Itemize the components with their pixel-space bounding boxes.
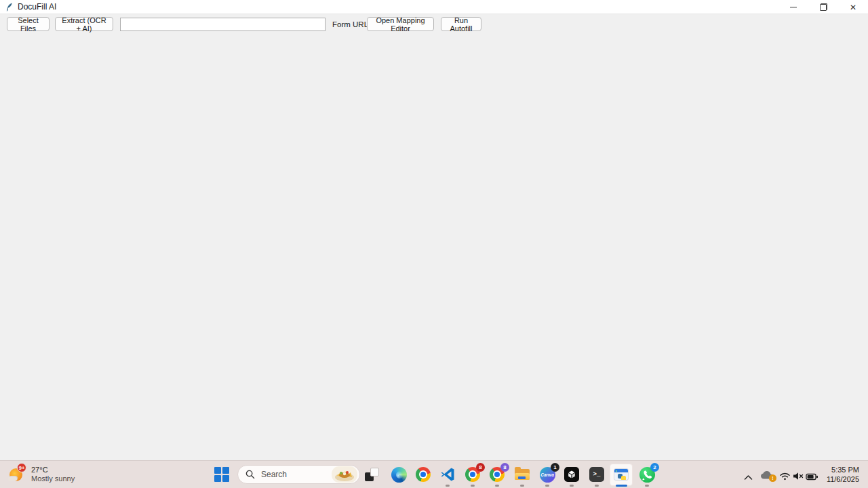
- tray-wifi[interactable]: [779, 471, 791, 483]
- notification-badge: 8: [476, 463, 485, 472]
- chevron-up-icon: [744, 474, 753, 481]
- window-title: DocuFill AI: [18, 2, 56, 12]
- clock-date: 11/6/2025: [827, 475, 859, 485]
- volume-mute-icon: [793, 472, 804, 481]
- python-window-icon: [614, 468, 629, 481]
- minimize-icon: [790, 7, 797, 7]
- taskbar-item-vscode[interactable]: [439, 466, 456, 483]
- search-highlight-image: [332, 466, 357, 483]
- running-indicator: [520, 485, 524, 487]
- taskbar-item-file-explorer[interactable]: [514, 466, 530, 483]
- weather-sun-icon: 9+: [8, 464, 28, 485]
- edge-icon: [391, 467, 407, 483]
- select-files-button[interactable]: Select Files: [7, 17, 50, 31]
- taskbar-item-chrome-profile1[interactable]: 8: [465, 466, 481, 483]
- notification-badge: 1: [551, 463, 559, 472]
- weather-widget[interactable]: 9+ 27°C Mostly sunny: [8, 462, 117, 487]
- taskbar-item-edge[interactable]: [391, 466, 407, 483]
- taskbar-item-chrome[interactable]: [415, 466, 431, 483]
- weather-temperature: 27°C: [31, 466, 75, 474]
- running-indicator: [570, 485, 574, 487]
- open-mapping-editor-button[interactable]: Open Mapping Editor: [367, 17, 434, 31]
- active-running-indicator: [616, 485, 627, 487]
- notification-badge: 2: [650, 463, 659, 472]
- taskbar-item-whatsapp[interactable]: 2: [639, 466, 655, 483]
- terminal-icon: >_: [589, 467, 604, 482]
- close-button[interactable]: ✕: [838, 0, 868, 14]
- tray-battery[interactable]: [806, 471, 818, 483]
- restore-button[interactable]: [808, 0, 838, 14]
- notification-badge: 8: [500, 463, 509, 472]
- vscode-icon: [439, 466, 456, 483]
- windows-logo-icon: [214, 467, 221, 474]
- close-icon: ✕: [850, 3, 856, 12]
- running-indicator: [446, 485, 450, 487]
- taskbar-search[interactable]: Search: [237, 465, 360, 484]
- taskbar-item-docufill-python-app[interactable]: [613, 466, 629, 483]
- app-canvas: [0, 35, 868, 460]
- chrome-icon: [416, 467, 431, 482]
- minimize-button[interactable]: [778, 0, 808, 14]
- task-view-button[interactable]: [364, 466, 380, 483]
- search-icon: [245, 470, 255, 479]
- taskbar: [0, 460, 868, 488]
- restore-icon: [820, 3, 827, 11]
- taskbar-item-canva[interactable]: Canva 1: [539, 466, 555, 483]
- running-indicator: [495, 485, 499, 487]
- window-controls: ✕: [778, 0, 868, 14]
- weather-condition: Mostly sunny: [31, 474, 75, 483]
- search-placeholder: Search: [261, 470, 332, 479]
- tray-clock[interactable]: 5:35 PM 11/6/2025: [827, 466, 859, 484]
- toolbar: Select Files Extract (OCR + AI) Form URL…: [0, 15, 868, 35]
- onedrive-warning-badge: !: [769, 474, 776, 482]
- run-autofill-button[interactable]: Run Autofill: [441, 17, 481, 31]
- taskbar-item-chrome-profile2[interactable]: 8: [489, 466, 505, 483]
- tray-show-hidden-icons[interactable]: [744, 471, 753, 483]
- running-indicator: [595, 485, 599, 487]
- start-button[interactable]: [214, 467, 229, 482]
- tk-feather-icon: [5, 2, 14, 12]
- wifi-icon: [779, 472, 791, 481]
- running-indicator: [471, 485, 475, 487]
- tray-onedrive[interactable]: !: [760, 470, 774, 480]
- titlebar: DocuFill AI ✕: [0, 0, 868, 14]
- form-url-label: Form URL: [332, 20, 368, 28]
- form-url-input[interactable]: [120, 18, 326, 31]
- running-indicator: [545, 485, 549, 487]
- weather-alert-badge: 9+: [17, 463, 26, 472]
- tray-volume-muted[interactable]: [793, 471, 804, 483]
- taskbar-item-terminal[interactable]: >_: [589, 466, 605, 483]
- battery-icon: [806, 473, 818, 481]
- running-indicator: [645, 485, 649, 487]
- clock-time: 5:35 PM: [827, 466, 859, 475]
- extract-ocr-ai-button[interactable]: Extract (OCR + AI): [55, 17, 113, 31]
- taskbar-item-dark-cube-app[interactable]: [564, 466, 580, 483]
